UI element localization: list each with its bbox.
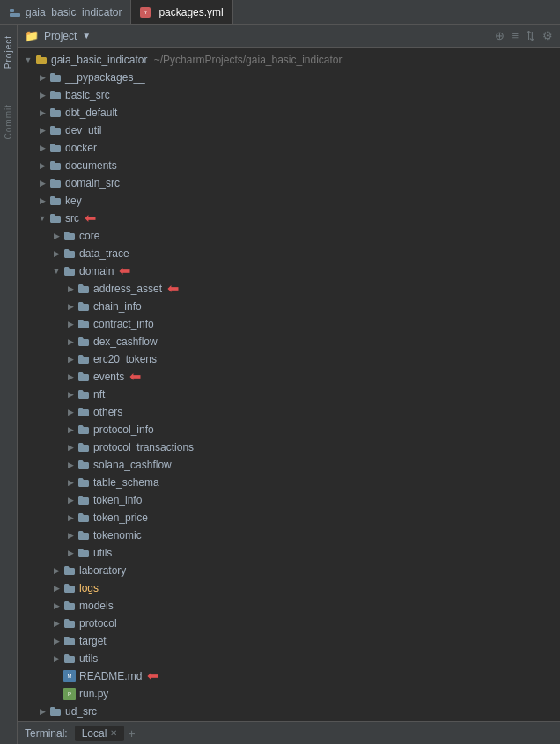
folder-icon bbox=[77, 406, 90, 418]
expand-icon: ▶ bbox=[63, 299, 77, 313]
svg-rect-1 bbox=[10, 13, 20, 17]
sidebar-project-label[interactable]: Project bbox=[4, 35, 13, 69]
item-label: token_info bbox=[93, 494, 142, 506]
item-label: protocol_info bbox=[93, 424, 154, 436]
root-folder-icon bbox=[35, 54, 48, 66]
terminal-local-tab[interactable]: Local ✕ bbox=[75, 726, 125, 741]
tree-item-token_info[interactable]: ▶token_info bbox=[18, 491, 560, 509]
tree-item-utils_inner[interactable]: ▶utils bbox=[18, 544, 560, 562]
tree-item-logs[interactable]: ▶logs bbox=[18, 579, 560, 597]
tree-item-run_py[interactable]: Prun.py bbox=[18, 685, 560, 703]
red-arrow-annotation: ⬅ bbox=[147, 669, 158, 683]
item-label: key bbox=[65, 195, 82, 207]
item-label: src bbox=[65, 212, 79, 225]
tree-item-laboratory[interactable]: ▶laboratory bbox=[18, 562, 560, 579]
tree-item-src[interactable]: ▼src⬅ bbox=[18, 210, 560, 227]
tree-item-nft[interactable]: ▶nft bbox=[18, 386, 560, 403]
tree-item-core[interactable]: ▶core bbox=[18, 227, 560, 245]
tree-item-protocol_transactions[interactable]: ▶protocol_transactions bbox=[18, 438, 560, 456]
tree-item-others[interactable]: ▶others bbox=[18, 403, 560, 421]
expand-icon: ▶ bbox=[49, 564, 63, 578]
folder-icon bbox=[49, 107, 62, 119]
folder-icon bbox=[77, 318, 90, 330]
red-arrow-annotation: ⬅ bbox=[85, 211, 96, 225]
tree-item-dex_cashflow[interactable]: ▶dex_cashflow bbox=[18, 333, 560, 350]
tree-item-contract_info[interactable]: ▶contract_info bbox=[18, 315, 560, 333]
item-label: token_price bbox=[93, 512, 148, 524]
expand-icon: ▶ bbox=[49, 599, 63, 613]
expand-icon: ▶ bbox=[49, 247, 63, 261]
sidebar-commit-label[interactable]: Commit bbox=[4, 104, 13, 139]
gear-icon[interactable]: ⚙ bbox=[542, 29, 553, 42]
expand-icon: ▶ bbox=[35, 704, 49, 718]
expand-icon: ▶ bbox=[63, 405, 77, 419]
expand-icon: ▶ bbox=[63, 493, 77, 507]
tree-item-pypackages[interactable]: ▶__pypackages__ bbox=[18, 69, 560, 86]
tree-item-target[interactable]: ▶target bbox=[18, 632, 560, 650]
item-label: __pypackages__ bbox=[65, 71, 145, 84]
tree-item-dev_util[interactable]: ▶dev_util bbox=[18, 122, 560, 139]
red-arrow-annotation: ⬅ bbox=[129, 370, 141, 384]
tree-item-data_trace[interactable]: ▶data_trace bbox=[18, 245, 560, 262]
panel-dropdown-icon[interactable]: ▼ bbox=[82, 31, 91, 41]
terminal-close-icon[interactable]: ✕ bbox=[110, 728, 117, 738]
tree-root[interactable]: ▼ gaia_basic_indicator ~/PycharmProjects… bbox=[18, 51, 560, 69]
folder-icon bbox=[49, 142, 62, 154]
tree-item-chain_info[interactable]: ▶chain_info bbox=[18, 298, 560, 315]
expand-icon: ▶ bbox=[63, 475, 77, 490]
panel-header-icons: ⊕ ≡ ⇅ ⚙ bbox=[495, 29, 553, 42]
sort-icon[interactable]: ⇅ bbox=[526, 29, 535, 42]
settings-icon[interactable]: ≡ bbox=[512, 29, 519, 42]
item-label: logs bbox=[79, 582, 99, 594]
tree-item-docker[interactable]: ▶docker bbox=[18, 139, 560, 157]
folder-icon bbox=[63, 230, 76, 242]
tree-item-ud_src[interactable]: ▶ud_src bbox=[18, 703, 560, 720]
folder-icon bbox=[63, 265, 76, 277]
folder-icon bbox=[49, 705, 62, 718]
tree-item-events[interactable]: ▶events⬅ bbox=[18, 368, 560, 386]
tree-item-basic_src[interactable]: ▶basic_src bbox=[18, 86, 560, 104]
tree-item-documents[interactable]: ▶documents bbox=[18, 157, 560, 174]
tab-gaia-basic-indicator[interactable]: gaia_basic_indicator bbox=[0, 0, 131, 24]
terminal-add-button[interactable]: + bbox=[128, 726, 135, 740]
item-label: core bbox=[79, 230, 99, 242]
tree-item-domain[interactable]: ▼domain⬅ bbox=[18, 262, 560, 280]
expand-icon: ▶ bbox=[35, 106, 49, 120]
tree-item-domain_src[interactable]: ▶domain_src bbox=[18, 174, 560, 192]
tree-item-address_asset[interactable]: ▶address_asset⬅ bbox=[18, 280, 560, 298]
tree-item-dbt_default[interactable]: ▶dbt_default bbox=[18, 104, 560, 122]
item-label: utils bbox=[79, 652, 98, 665]
folder-icon bbox=[49, 212, 62, 225]
tree-item-tokenomic[interactable]: ▶tokenomic bbox=[18, 527, 560, 544]
tree-item-readme_md[interactable]: MREADME.md⬅ bbox=[18, 667, 560, 685]
expand-icon: ▶ bbox=[35, 194, 49, 208]
project-icon bbox=[9, 6, 21, 18]
item-label: erc20_tokens bbox=[93, 353, 157, 365]
expand-icon: ▶ bbox=[63, 352, 77, 366]
terminal-label: Terminal: bbox=[25, 727, 68, 740]
yml-file-icon: Y bbox=[140, 7, 151, 18]
expand-icon: ▶ bbox=[63, 511, 77, 525]
tree-item-models[interactable]: ▶models bbox=[18, 597, 560, 615]
item-label: utils bbox=[93, 547, 112, 559]
tree-item-protocol[interactable]: ▶protocol bbox=[18, 615, 560, 632]
locate-icon[interactable]: ⊕ bbox=[495, 29, 505, 42]
folder-icon bbox=[49, 89, 62, 101]
tab-bar: gaia_basic_indicator Y packages.yml bbox=[0, 0, 560, 25]
folder-icon bbox=[77, 283, 90, 295]
tree-item-table_schema[interactable]: ▶table_schema bbox=[18, 474, 560, 491]
expand-icon: ▶ bbox=[63, 546, 77, 560]
tree-item-token_price[interactable]: ▶token_price bbox=[18, 509, 560, 527]
folder-icon bbox=[77, 512, 90, 524]
tree-item-key[interactable]: ▶key bbox=[18, 192, 560, 210]
item-label: others bbox=[93, 406, 122, 418]
tree-item-utils_src[interactable]: ▶utils bbox=[18, 650, 560, 667]
tree-item-solana_cashflow[interactable]: ▶solana_cashflow bbox=[18, 456, 560, 474]
folder-icon bbox=[49, 159, 62, 172]
tree-item-erc20_tokens[interactable]: ▶erc20_tokens bbox=[18, 350, 560, 368]
expand-icon: ▶ bbox=[63, 370, 77, 384]
tab-packages-yml[interactable]: Y packages.yml bbox=[131, 0, 232, 24]
tree-item-protocol_info[interactable]: ▶protocol_info bbox=[18, 421, 560, 438]
item-label: address_asset bbox=[93, 283, 162, 295]
item-label: laboratory bbox=[79, 564, 126, 577]
